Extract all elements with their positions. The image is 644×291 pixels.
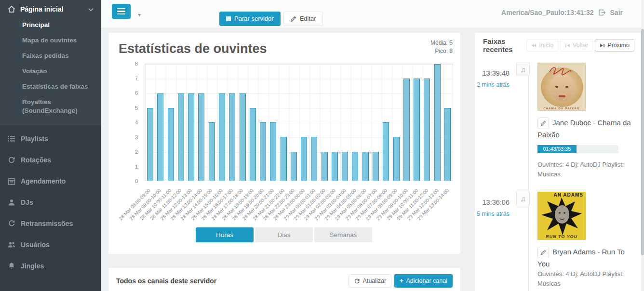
bar-slot (330, 64, 340, 181)
bar-slot (217, 64, 227, 181)
sidebar-item-jingles[interactable]: Jingles (0, 255, 101, 277)
logout-icon[interactable] (598, 9, 606, 16)
bar-slot (207, 64, 217, 181)
bar-slot (309, 64, 319, 181)
sidebar-item-agendamento[interactable]: Agendamento (0, 171, 101, 192)
add-channel-button[interactable]: + Adicionar canal (394, 274, 453, 288)
bar-slot (166, 64, 176, 181)
sidebar-item-royalties[interactable]: Royalties (SoundExchange) (0, 94, 101, 119)
chart-y-axis: 012345678 (128, 64, 142, 181)
bar-slot (350, 64, 360, 181)
track-progress-bar: 01:43/03:35 (537, 145, 618, 153)
edit-track-button[interactable] (537, 247, 549, 258)
sidebar-item-mapa-de-ouvintes[interactable]: Mapa de ouvintes (0, 33, 101, 48)
track-ago-link[interactable]: 5 mins atrás (475, 211, 510, 217)
listener-bar (424, 79, 430, 181)
dropdown-caret-button[interactable]: ▾ (138, 12, 141, 18)
refresh-channels-button[interactable]: Atualizar (349, 274, 392, 288)
listener-bar (250, 108, 256, 181)
sidebar-item-votacao[interactable]: Votação (0, 64, 101, 79)
music-note-icon: ♫ (516, 63, 530, 76)
signature (547, 64, 580, 79)
bar-slot (186, 64, 196, 181)
sidebar-submenu: Principal Mapa de ouvintes Faixas pedida… (0, 17, 101, 119)
logout-link[interactable]: Sair (610, 9, 623, 16)
track-item: ♫ 13:36:06 5 mins atrás AN ADAMS (475, 192, 641, 289)
listener-bar (178, 93, 184, 181)
bar-slot (443, 64, 453, 181)
stop-server-button[interactable]: Parar servidor (219, 12, 281, 26)
channels-card: Todos os canais deste servidor Atualizar… (108, 268, 460, 291)
sidebar-item-home[interactable]: Página inicial (0, 0, 101, 17)
tracks-prev-button[interactable]: Voltar (560, 39, 593, 52)
chart-summary: Média: 5 Pico: 8 (430, 39, 453, 55)
tab-horas[interactable]: Horas (196, 227, 254, 242)
sidebar: Página inicial Principal Mapa de ouvinte… (0, 0, 101, 291)
scrollbar-thumb[interactable] (641, 29, 644, 255)
listener-bar (281, 137, 287, 181)
edit-track-button[interactable] (537, 118, 549, 129)
sidebar-item-playlists[interactable]: Playlists (0, 128, 101, 149)
listener-bar (157, 93, 163, 181)
listener-bar (352, 152, 358, 181)
sidebar-item-retransmissoes[interactable]: Retransmissões (0, 213, 101, 234)
edit-button[interactable]: Editar (283, 12, 323, 26)
vertical-scrollbar[interactable] (641, 0, 644, 291)
bar-slot (361, 64, 371, 181)
sidebar-item-label: DJs (21, 198, 33, 206)
listener-bar (342, 152, 348, 181)
average-label: Média: 5 (430, 39, 453, 47)
chart-x-axis: 28 Mar 08:00-09:0028 Mar 09:00-10:0028 M… (145, 183, 453, 226)
listener-stats-card: Estatísticas de ouvintes Média: 5 Pico: … (108, 33, 460, 254)
sidebar-item-faixas-pedidas[interactable]: Faixas pedidas (0, 48, 101, 64)
sidebar-item-estatisticas-de-faixas[interactable]: Estatísticas de faixas (0, 79, 101, 94)
tab-dias[interactable]: Dias (255, 227, 313, 242)
bar-slot (145, 64, 155, 181)
album-caption: CHAMA DA PAIXÃO (538, 107, 585, 110)
listener-bar (147, 108, 153, 181)
chart-range-tabs: Horas Dias Semanas (196, 227, 372, 242)
listener-bar (219, 93, 225, 181)
sidebar-item-djs[interactable]: DJs (0, 192, 101, 213)
edit-label: Editar (300, 15, 316, 22)
listener-bar (240, 93, 246, 181)
tracks-next-button[interactable]: Próximo (595, 39, 634, 52)
listener-bar (393, 137, 400, 181)
calendar-icon (8, 177, 15, 185)
sidebar-item-principal[interactable]: Principal (0, 17, 101, 33)
listener-bar (198, 93, 204, 181)
bar-slot (371, 64, 381, 181)
y-tick-label: 7 (128, 75, 138, 82)
bar-slot (422, 64, 432, 181)
playlist-icon (8, 135, 15, 143)
sidebar-item-rotacoes[interactable]: Rotações (0, 149, 101, 171)
refresh-icon (354, 278, 360, 284)
listener-bar (383, 122, 389, 181)
sidebar-item-usuarios[interactable]: Usuários (0, 234, 101, 255)
bar-slot (402, 64, 412, 181)
timezone-clock: America/Sao_Paulo:13:41:32 (501, 9, 593, 16)
pencil-icon (290, 16, 296, 22)
listener-bar (444, 108, 451, 181)
bar-slot (227, 64, 237, 181)
listener-bar (188, 93, 194, 181)
listener-bar (362, 152, 369, 181)
sidebar-item-label: Retransmissões (21, 220, 73, 227)
sidebar-item-label: Agendamento (21, 177, 66, 185)
stop-icon (226, 16, 231, 21)
menu-toggle-button[interactable] (112, 4, 131, 19)
bar-slot (340, 64, 350, 181)
bar-slot (155, 64, 165, 181)
album-caption: RUN TO YOU (537, 234, 586, 239)
users-icon (8, 241, 15, 249)
tracks-first-button[interactable]: Início (526, 39, 558, 52)
step-back-icon (565, 43, 570, 48)
tab-semanas[interactable]: Semanas (314, 227, 372, 242)
bar-slot (176, 64, 186, 181)
listener-bar (373, 152, 379, 181)
bar-slot (248, 64, 258, 181)
peak-label: Pico: 8 (430, 47, 453, 55)
track-time: 13:36:06 (475, 198, 510, 206)
track-ago-link[interactable]: 2 mins atrás (475, 81, 510, 88)
listener-bar (260, 122, 266, 181)
